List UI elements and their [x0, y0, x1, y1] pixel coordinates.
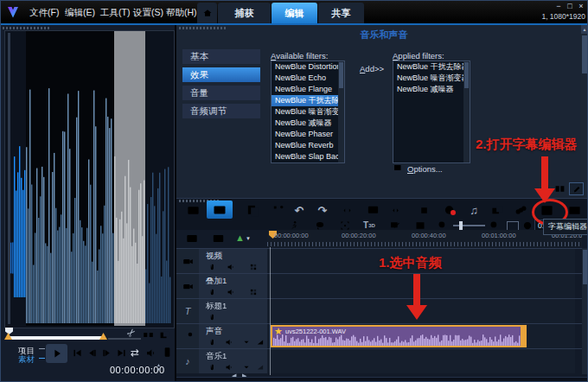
list-scrollbar[interactable] — [463, 61, 470, 162]
insert-track-dropdown-icon[interactable]: ▼ — [246, 236, 251, 241]
multi-screen-icon[interactable] — [489, 202, 506, 218]
go-end-button[interactable] — [116, 347, 127, 359]
audio-clip[interactable]: ★ uvs251222-001.WAV — [271, 325, 527, 347]
home-tab[interactable] — [197, 3, 217, 23]
track-header[interactable]: 声音 — [199, 324, 268, 348]
device-preview-icon[interactable] — [162, 345, 173, 360]
tab-effect[interactable]: 效果 — [182, 67, 260, 82]
copy-icon[interactable] — [244, 202, 261, 218]
zoom-slider-handle[interactable] — [459, 221, 463, 230]
playhead-line[interactable] — [270, 247, 271, 375]
scroll-up-arrow[interactable]: ▲ — [581, 25, 588, 34]
panel-grip[interactable] — [179, 27, 227, 29]
track-header[interactable]: 音乐1 — [199, 349, 268, 373]
video-camera-icon[interactable] — [176, 249, 200, 273]
insert-track-icon[interactable]: ▲ — [235, 232, 245, 243]
thumbnail-view-icon[interactable] — [554, 183, 566, 194]
chevron-down-icon[interactable] — [240, 337, 252, 347]
mosaic-icon[interactable] — [247, 262, 259, 272]
track-content[interactable] — [267, 349, 575, 373]
timeline-v-scrollbar[interactable] — [582, 248, 588, 374]
scrub-marker[interactable] — [5, 328, 13, 334]
clip-right-handle[interactable] — [521, 327, 525, 346]
video-camera-icon[interactable] — [176, 274, 200, 298]
applied-item[interactable]: NewBlue 干扰去除器 — [393, 61, 470, 73]
instant-project-icon[interactable] — [364, 202, 381, 218]
filter-item[interactable]: NewBlue Reverb — [272, 140, 344, 151]
options-button[interactable]: Options... — [407, 164, 443, 174]
sound-mixer-icon[interactable]: ♫ — [465, 202, 483, 218]
mask-blend-icon[interactable] — [512, 202, 529, 218]
timeline-ruler[interactable]: 00:00:00:00 00:00:20:00 00:00:40:00 00:0… — [267, 230, 582, 247]
speaker-icon[interactable] — [225, 287, 236, 297]
mark-in-out-icon[interactable] — [143, 329, 154, 341]
tools-icon[interactable] — [269, 202, 286, 218]
storyboard-view-icon[interactable] — [184, 202, 201, 218]
panel-grip[interactable] — [3, 27, 51, 29]
clip-mode-toggle[interactable]: 素材 — [18, 354, 35, 366]
tab-volume[interactable]: 音量 — [182, 86, 260, 100]
audio-ducking-icon[interactable] — [254, 337, 265, 347]
fit-project-icon[interactable] — [338, 202, 355, 218]
prev-frame-button[interactable] — [86, 347, 98, 359]
undo-icon[interactable]: ↶ — [291, 202, 308, 218]
link-icon[interactable] — [206, 262, 217, 272]
transform-icon[interactable] — [415, 202, 432, 218]
filter-item-selected[interactable]: NewBlue 干扰去除器 — [272, 95, 344, 106]
audio-ducking-icon[interactable] — [254, 362, 265, 372]
link-icon[interactable] — [206, 362, 217, 372]
link-icon[interactable] — [206, 337, 217, 347]
menu-edit[interactable]: 编辑(E) — [65, 7, 95, 19]
play-button[interactable] — [46, 344, 67, 363]
maximize-button[interactable]: □ — [565, 2, 575, 10]
go-start-button[interactable] — [72, 347, 83, 359]
timecode-spinner[interactable]: ▲▼ — [157, 363, 161, 372]
speaker-icon[interactable] — [223, 362, 234, 372]
redo-icon[interactable]: ↷ — [314, 202, 331, 218]
link-icon[interactable] — [206, 287, 217, 297]
track-content[interactable] — [267, 274, 575, 298]
tab-audio-tune[interactable]: 音频调节 — [182, 104, 260, 118]
storyboard-mode-icon[interactable] — [212, 232, 225, 245]
volume-button[interactable] — [145, 347, 157, 359]
tab-edit[interactable]: 编辑 — [272, 3, 317, 23]
ripple-edit-icon[interactable] — [387, 202, 404, 218]
panel-scrollbar[interactable]: ▲ — [581, 25, 588, 198]
filter-item[interactable]: NewBlue Flange — [272, 84, 344, 95]
filter-item[interactable]: NewBlue 噪音渐变器 — [272, 106, 344, 118]
filter-item[interactable]: NewBlue Distortion — [272, 61, 344, 73]
menu-settings[interactable]: 设置(S) — [133, 7, 163, 19]
menu-file[interactable]: 文件(F) — [29, 7, 59, 19]
link-icon[interactable] — [206, 312, 217, 322]
edit-pen-icon[interactable] — [569, 182, 584, 195]
zoom-slider[interactable] — [453, 225, 485, 226]
track-header[interactable]: 叠加1 — [199, 274, 268, 298]
next-frame-button[interactable] — [101, 347, 112, 359]
title-track-icon[interactable]: T — [176, 299, 200, 323]
filter-item[interactable]: NewBlue Echo — [272, 73, 344, 84]
tab-share[interactable]: 共享 — [318, 3, 364, 23]
close-button[interactable]: × — [576, 2, 586, 10]
tab-basic[interactable]: 基本 — [182, 49, 260, 64]
menu-help[interactable]: 帮助(H) — [166, 7, 197, 19]
tab-capture[interactable]: 捕获 — [218, 3, 271, 23]
music-note-icon[interactable]: ♪ — [176, 349, 200, 373]
mosaic-icon[interactable] — [247, 287, 259, 297]
track-manager-icon[interactable] — [566, 202, 583, 218]
trim-bar[interactable] — [8, 336, 105, 340]
speaker-icon[interactable] — [225, 262, 236, 272]
applied-filters-list[interactable]: NewBlue 干扰去除器 NewBlue 噪音渐变器 NewBlue 减噪器 — [393, 60, 470, 163]
minimize-button[interactable]: − — [553, 2, 564, 10]
add-filter-button[interactable]: Add>> — [360, 64, 384, 73]
microphone-icon[interactable] — [176, 324, 200, 348]
chevron-down-icon[interactable] — [240, 362, 252, 372]
filter-item[interactable]: NewBlue Slap Back — [272, 151, 344, 162]
track-header[interactable]: 标题1 — [199, 299, 268, 323]
track-header[interactable]: 视频 — [199, 249, 268, 273]
filter-item[interactable]: NewBlue Phaser — [272, 129, 344, 140]
timeline-view-button[interactable] — [207, 201, 233, 219]
list-scrollbar[interactable] — [338, 61, 344, 162]
applied-item[interactable]: NewBlue 减噪器 — [393, 84, 470, 95]
timeline-mode-icon[interactable] — [185, 232, 199, 245]
filter-item[interactable]: NewBlue 减噪器 — [272, 118, 344, 129]
